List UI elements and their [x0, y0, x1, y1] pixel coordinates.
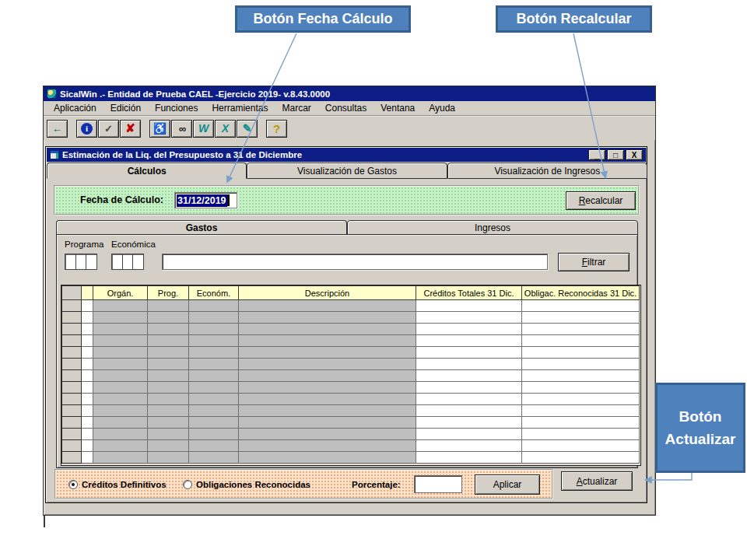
grid-cell[interactable] — [93, 347, 148, 359]
grid-cell[interactable] — [148, 394, 189, 405]
grid-cell[interactable] — [239, 452, 416, 464]
grid-cell[interactable] — [93, 335, 148, 347]
grid-cell[interactable] — [416, 347, 522, 359]
grid-cell[interactable] — [239, 370, 416, 382]
grid-cell[interactable] — [416, 440, 522, 452]
grid-cell[interactable] — [148, 405, 189, 417]
grid-cell[interactable] — [416, 382, 522, 394]
grid-cell[interactable] — [93, 405, 148, 417]
creditos-definitivos-radio[interactable] — [68, 480, 78, 489]
grid-cell[interactable] — [148, 347, 189, 359]
grid-cell[interactable] — [93, 394, 148, 405]
grid-cell[interactable] — [148, 324, 189, 335]
grid-cell[interactable] — [239, 405, 416, 417]
grid-cell[interactable] — [239, 429, 416, 440]
grid-cell[interactable] — [189, 324, 239, 335]
menu-ayuda[interactable]: Ayuda — [422, 101, 462, 115]
grid-cell[interactable] — [522, 394, 640, 405]
subtab-ingresos[interactable]: Ingresos — [347, 220, 638, 235]
grid-cell[interactable] — [189, 429, 239, 440]
grid-cell[interactable] — [189, 335, 239, 347]
help-button[interactable]: ? — [266, 120, 287, 138]
grid-cell[interactable] — [522, 300, 640, 312]
grid-cell[interactable] — [522, 382, 640, 394]
grid-cell[interactable] — [189, 359, 239, 370]
grid-cell[interactable] — [189, 394, 239, 405]
info-button[interactable]: i — [76, 120, 97, 138]
row-header-cell[interactable] — [62, 324, 82, 335]
menu-edicion[interactable]: Edición — [103, 101, 148, 115]
grid-cell[interactable] — [522, 312, 640, 324]
row-header-cell[interactable] — [62, 405, 82, 417]
grid-cell[interactable] — [82, 382, 93, 394]
row-header-cell[interactable] — [62, 417, 82, 429]
grid-cell[interactable] — [416, 370, 522, 382]
tab-calculos[interactable]: Cálculos — [47, 163, 247, 179]
menu-marcar[interactable]: Marcar — [275, 101, 317, 115]
grid-cell[interactable] — [239, 440, 416, 452]
grid-cell[interactable] — [82, 370, 93, 382]
menu-funciones[interactable]: Funciones — [148, 101, 205, 115]
grid-cell[interactable] — [239, 324, 416, 335]
grid-cell[interactable] — [416, 394, 522, 405]
grid-cell[interactable] — [522, 359, 640, 370]
actualizar-button[interactable]: Actualizar — [561, 471, 633, 491]
accessibility-button[interactable]: ♿ — [149, 120, 170, 138]
grid-cell[interactable] — [416, 312, 522, 324]
confirm-button[interactable]: ✓ — [98, 120, 119, 138]
grid-cell[interactable] — [522, 440, 640, 452]
economica-input[interactable] — [111, 254, 144, 270]
grid-cell[interactable] — [93, 312, 148, 324]
grid-cell[interactable] — [522, 417, 640, 429]
chart-edit-button[interactable]: ✎ — [237, 120, 258, 138]
row-header-cell[interactable] — [62, 429, 82, 440]
row-header-cell[interactable] — [62, 452, 82, 464]
row-header-cell[interactable] — [62, 394, 82, 405]
main-titlebar[interactable]: SicalWin .- Entidad de Prueba CAEL -Ejer… — [44, 86, 655, 101]
grid-cell[interactable] — [239, 312, 416, 324]
grid-cell[interactable] — [82, 324, 93, 335]
grid-cell[interactable] — [239, 300, 416, 312]
grid-cell[interactable] — [189, 312, 239, 324]
grid-cell[interactable] — [189, 347, 239, 359]
grid-cell[interactable] — [93, 370, 148, 382]
grid-cell[interactable] — [416, 335, 522, 347]
grid-cell[interactable] — [148, 440, 189, 452]
aplicar-button[interactable]: Aplicar — [475, 474, 540, 495]
grid-cell[interactable] — [239, 382, 416, 394]
grid-cell[interactable] — [93, 300, 148, 312]
grid-cell[interactable] — [189, 405, 239, 417]
grid-cell[interactable] — [148, 370, 189, 382]
minimize-button[interactable]: _ — [588, 149, 605, 160]
grid-cell[interactable] — [82, 359, 93, 370]
grid-cell[interactable] — [93, 440, 148, 452]
row-header-cell[interactable] — [62, 382, 82, 394]
grid-cell[interactable] — [148, 300, 189, 312]
recalcular-button[interactable]: Recalcular — [566, 191, 636, 210]
grid-cell[interactable] — [189, 370, 239, 382]
grid-cell[interactable] — [82, 347, 93, 359]
search-button[interactable]: ∞ — [171, 120, 192, 138]
grid-cell[interactable] — [82, 405, 93, 417]
grid-cell[interactable] — [189, 382, 239, 394]
grid-cell[interactable] — [522, 335, 640, 347]
grid-cell[interactable] — [82, 335, 93, 347]
row-header-cell[interactable] — [62, 359, 82, 370]
filtrar-button[interactable]: Filtrar — [558, 253, 630, 271]
grid-cell[interactable] — [82, 312, 93, 324]
grid-cell[interactable] — [93, 324, 148, 335]
grid-cell[interactable] — [522, 429, 640, 440]
grid-cell[interactable] — [148, 359, 189, 370]
grid-cell[interactable] — [148, 382, 189, 394]
grid-cell[interactable] — [189, 417, 239, 429]
row-header-cell[interactable] — [62, 300, 82, 312]
row-header-cell[interactable] — [62, 440, 82, 452]
grid-cell[interactable] — [148, 429, 189, 440]
grid-cell[interactable] — [522, 324, 640, 335]
cancel-button[interactable]: ✘ — [120, 120, 141, 138]
grid-cell[interactable] — [93, 359, 148, 370]
grid-cell[interactable] — [148, 312, 189, 324]
menu-aplicacion[interactable]: Aplicación — [47, 101, 103, 115]
grid-cell[interactable] — [239, 347, 416, 359]
grid-cell[interactable] — [148, 452, 189, 464]
